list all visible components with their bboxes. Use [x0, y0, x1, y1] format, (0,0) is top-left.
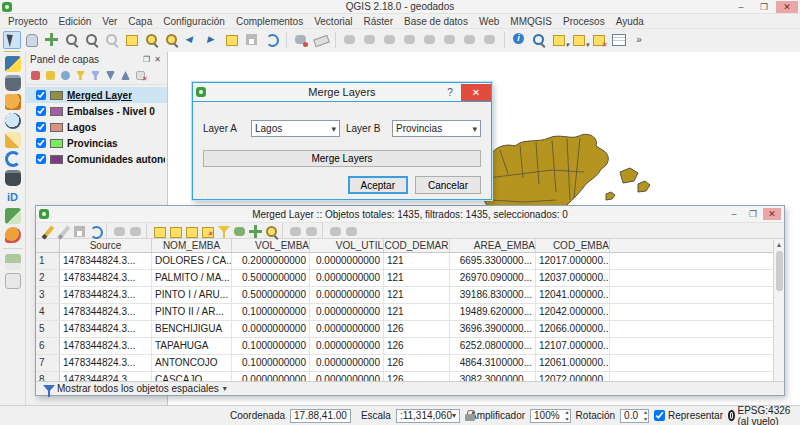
dialog-help-button[interactable]: ? [439, 84, 461, 101]
table-row[interactable]: 2 1478344824.3... PALMITO / MA... 0.5000… [36, 270, 773, 287]
delete-field-icon[interactable] [303, 223, 318, 238]
menu-item[interactable]: Vectorial [314, 16, 352, 27]
table-row[interactable]: 8 1478344824.3... CASCAJO 0.0000000000 0… [36, 372, 773, 381]
deselect-all-icon[interactable] [199, 223, 214, 238]
collapse-all-icon[interactable] [119, 69, 132, 82]
panel-float-icon[interactable]: ❐ [141, 54, 152, 65]
simplify-icon[interactable] [461, 31, 479, 49]
footer-filter-label[interactable]: Mostrar todos los objetos espaciales [57, 383, 219, 394]
layer-item-comunidades[interactable]: Comunidades autonomas [26, 151, 167, 167]
menu-item[interactable]: Web [479, 16, 499, 27]
table-row[interactable]: 3 1478344824.3... PINTO I / ARU... 0.500… [36, 287, 773, 304]
pan-to-selection-icon[interactable] [43, 31, 61, 49]
select-freehand-icon[interactable] [381, 31, 399, 49]
pan-map-icon[interactable] [23, 31, 41, 49]
deselect-all-icon[interactable] [421, 31, 439, 49]
zoom-last-icon[interactable] [183, 31, 201, 49]
footer-filter-dropdown-icon[interactable]: ▾ [223, 384, 227, 393]
python-console-icon[interactable] [5, 56, 21, 72]
menu-item[interactable]: Complementos [236, 16, 303, 27]
georeferencer-icon[interactable] [5, 151, 21, 167]
layer-item-lagos[interactable]: Lagos [26, 119, 167, 135]
layer-a-select[interactable]: Lagos [251, 120, 340, 137]
zoom-to-selected-icon[interactable] [263, 223, 278, 238]
layer-checkbox[interactable] [36, 106, 46, 116]
sketch-icon[interactable] [5, 132, 21, 148]
magnifier-spinbox[interactable]: 100% [530, 409, 571, 423]
scale-combo[interactable]: :11,314,060 [396, 409, 460, 423]
menu-item[interactable]: Capa [128, 16, 152, 27]
select-by-expression-icon[interactable] [570, 31, 588, 49]
measure-icon[interactable] [312, 31, 330, 49]
cancel-button[interactable]: Cancelar [415, 176, 481, 194]
table-row[interactable]: 6 1478344824.3... TAPAHUGA 0.1000000000 … [36, 338, 773, 355]
toolbar-overflow-icon[interactable]: » [630, 31, 648, 49]
identify-icon[interactable] [510, 31, 528, 49]
pan-to-selected-icon[interactable] [247, 223, 262, 238]
menu-item[interactable]: Ráster [364, 16, 393, 27]
layer-b-select[interactable]: Provincias [392, 120, 481, 137]
open-layer-styling-icon[interactable] [29, 69, 42, 82]
close-button[interactable]: ✕ [776, 1, 798, 13]
move-selection-top-icon[interactable] [231, 223, 246, 238]
coordinate-input[interactable]: 17.88,41.00 [290, 409, 351, 423]
open-attribute-table-icon[interactable] [610, 31, 628, 49]
select-features-icon[interactable] [550, 31, 568, 49]
toggle-editing-icon[interactable] [39, 223, 54, 238]
multiedit-icon[interactable] [55, 223, 70, 238]
column-header[interactable]: VOL_EMBA [232, 239, 310, 252]
layer-checkbox[interactable] [36, 138, 46, 148]
dialog-close-button[interactable]: ✕ [461, 84, 491, 101]
select-all-icon[interactable] [167, 223, 182, 238]
menu-item[interactable]: Configuración [163, 16, 225, 27]
column-header[interactable]: COD_EMBA [536, 239, 610, 252]
filter-icon[interactable] [215, 223, 230, 238]
attr-maximize-button[interactable]: ❐ [744, 208, 762, 220]
footer-filter-icon[interactable] [40, 382, 53, 395]
field-calculator-icon[interactable] [327, 223, 342, 238]
style-manager-icon[interactable] [5, 208, 21, 224]
cut-icon[interactable] [111, 223, 126, 238]
vegetation-tool-icon[interactable] [5, 254, 21, 270]
conditional-formatting-icon[interactable] [343, 223, 358, 238]
menu-item[interactable]: Procesos [563, 16, 605, 27]
menu-item[interactable]: Proyecto [8, 16, 47, 27]
panel-close-icon[interactable]: ✕ [152, 54, 163, 65]
db-manager-icon[interactable] [5, 75, 21, 91]
form-annotation-icon[interactable] [5, 273, 21, 289]
render-checkbox[interactable] [654, 410, 665, 421]
table-row[interactable]: 5 1478344824.3... BENCHIJIGUA 0.00000000… [36, 321, 773, 338]
expand-all-icon[interactable] [104, 69, 117, 82]
save-edits-icon[interactable] [71, 223, 86, 238]
osm-place-search-icon[interactable] [5, 94, 21, 110]
layer-checkbox[interactable] [36, 154, 46, 164]
id-editor-icon[interactable]: iD [5, 189, 21, 205]
menu-item[interactable]: Base de datos [404, 16, 468, 27]
layer-item-embalses[interactable]: Embalses - Nivel 0 [26, 103, 167, 119]
scrollbar-thumb[interactable] [776, 251, 783, 291]
layer-checkbox[interactable] [36, 90, 46, 100]
remove-layer-icon[interactable] [134, 69, 147, 82]
layer-checkbox[interactable] [36, 122, 46, 132]
attr-minimize-button[interactable]: – [725, 208, 743, 220]
map-tips-icon[interactable] [292, 31, 310, 49]
zoom-to-layer-icon[interactable] [163, 31, 181, 49]
column-header[interactable]: COD_DEMAR [384, 239, 450, 252]
zoom-native-icon[interactable] [103, 31, 121, 49]
select-by-form-icon[interactable] [441, 31, 459, 49]
delete-icon[interactable] [127, 223, 142, 238]
select-radius-icon[interactable] [401, 31, 419, 49]
accept-button[interactable]: Aceptar [348, 176, 408, 194]
menu-item[interactable]: Ayuda [616, 16, 644, 27]
layer-item-provincias[interactable]: Provincias [26, 135, 167, 151]
new-field-icon[interactable] [287, 223, 302, 238]
render-checkbox-group[interactable]: Representar [654, 410, 723, 421]
scroll-up-icon[interactable]: ▲ [774, 239, 785, 250]
statistical-summary-icon[interactable] [530, 31, 548, 49]
menu-item[interactable]: MMQGIS [510, 16, 552, 27]
spatialite-manager-icon[interactable] [5, 170, 21, 186]
filter-legend-icon[interactable] [74, 69, 87, 82]
select-rectangle-icon[interactable] [341, 31, 359, 49]
merge-layers-button[interactable]: Merge Layers [203, 150, 481, 167]
invert-selection-icon[interactable] [183, 223, 198, 238]
